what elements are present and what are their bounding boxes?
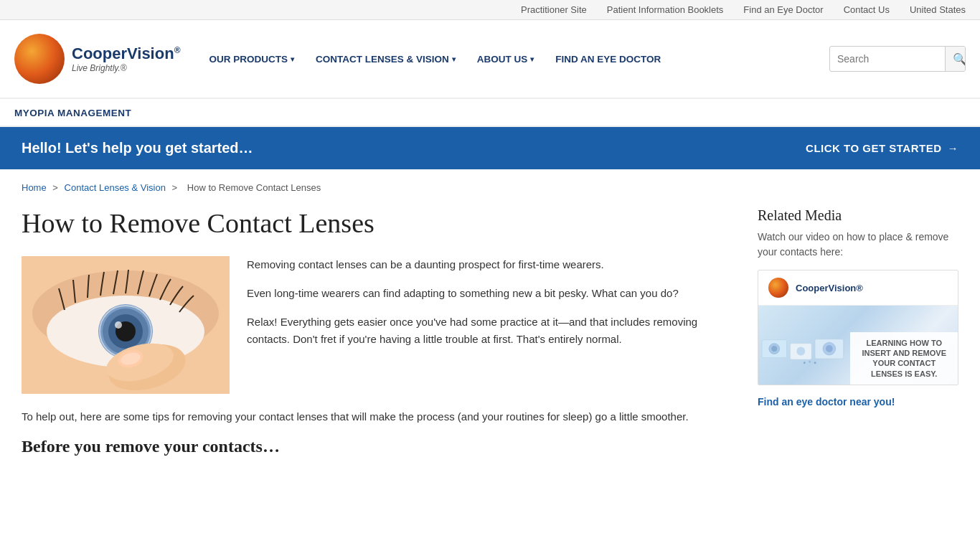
svg-point-21	[804, 362, 806, 364]
search-box: 🔍	[829, 46, 966, 72]
patient-info-link[interactable]: Patient Information Booklets	[607, 4, 724, 15]
banner-headline: Hello! Let's help you get started…	[22, 140, 253, 156]
body-text: To help out, here are some tips for remo…	[22, 408, 729, 425]
breadcrumb-separator: >	[52, 182, 60, 193]
nav-find-eye-doctor[interactable]: FIND AN EYE DOCTOR	[555, 54, 661, 65]
nav-contact-lenses-vision[interactable]: CONTACT LENSES & VISION ▾	[316, 54, 456, 65]
breadcrumb-contact-lenses[interactable]: Contact Lenses & Vision	[65, 182, 166, 193]
region-link[interactable]: United States	[910, 4, 966, 15]
video-visual: LEARNING HOW TO INSERT AND REMOVE YOUR C…	[758, 306, 958, 385]
logo-brand-name: CooperVision®	[72, 44, 180, 63]
main-header: CooperVision® Live Brightly.® OUR PRODUC…	[0, 20, 980, 99]
svg-point-8	[115, 321, 122, 329]
svg-point-23	[814, 362, 816, 364]
search-button[interactable]: 🔍	[945, 47, 966, 71]
banner-cta[interactable]: CLICK TO GET STARTED →	[806, 142, 958, 154]
article-para-1: Removing contact lenses can be a dauntin…	[247, 256, 729, 273]
main-nav: OUR PRODUCTS ▾ CONTACT LENSES & VISION ▾…	[180, 54, 829, 65]
logo-tagline: Live Brightly.®	[72, 63, 180, 73]
content-wrapper: How to Remove Contact Lenses	[0, 200, 980, 478]
logo-globe-icon	[14, 34, 65, 84]
cv-logo-small-text: CooperVision®	[796, 283, 863, 293]
chevron-down-icon: ▾	[291, 55, 294, 63]
page-title: How to Remove Contact Lenses	[22, 207, 729, 239]
find-doctor-link[interactable]: Find an eye doctor near you!	[758, 396, 895, 408]
cv-logo-small-icon	[768, 278, 788, 298]
breadcrumb: Home > Contact Lenses & Vision > How to …	[0, 169, 980, 200]
chevron-down-icon: ▾	[452, 55, 456, 63]
utility-bar: Practitioner Site Patient Information Bo…	[0, 0, 980, 20]
logo-text-area: CooperVision® Live Brightly.®	[72, 44, 180, 73]
arrow-icon: →	[948, 142, 959, 154]
article-para-4: To help out, here are some tips for remo…	[22, 408, 729, 425]
article-intro: Removing contact lenses can be a dauntin…	[22, 256, 729, 394]
practitioner-site-link[interactable]: Practitioner Site	[521, 4, 587, 15]
search-input[interactable]	[830, 53, 945, 65]
blue-banner[interactable]: Hello! Let's help you get started… CLICK…	[0, 127, 980, 169]
article-para-3: Relax! Everything gets easier once you'v…	[247, 314, 729, 348]
logo-link[interactable]: CooperVision® Live Brightly.®	[14, 34, 180, 84]
related-media-title: Related Media	[758, 207, 958, 224]
svg-point-17	[796, 347, 805, 356]
main-content: How to Remove Contact Lenses	[22, 207, 729, 456]
svg-point-15	[771, 346, 777, 352]
article-para-2: Even long-time wearers can find adapting…	[247, 285, 729, 302]
svg-point-22	[809, 361, 811, 363]
breadcrumb-home[interactable]: Home	[22, 182, 47, 193]
section-heading: Before you remove your contacts…	[22, 437, 729, 456]
article-image	[22, 256, 230, 394]
video-caption: LEARNING HOW TO INSERT AND REMOVE YOUR C…	[850, 332, 958, 385]
svg-point-20	[826, 345, 833, 352]
breadcrumb-separator: >	[172, 182, 180, 193]
sidebar: Related Media Watch our video on how to …	[758, 207, 958, 456]
nav-about-us[interactable]: ABOUT US ▾	[477, 54, 534, 65]
article-text-column: Removing contact lenses can be a dauntin…	[247, 256, 729, 394]
breadcrumb-current: How to Remove Contact Lenses	[187, 182, 321, 193]
myopia-management-link[interactable]: MYOPIA MANAGEMENT	[14, 108, 131, 118]
contact-us-link[interactable]: Contact Us	[844, 4, 890, 15]
find-eye-doctor-link[interactable]: Find an Eye Doctor	[743, 4, 823, 15]
video-header: CooperVision®	[758, 270, 958, 306]
nav-our-products[interactable]: OUR PRODUCTS ▾	[209, 54, 294, 65]
secondary-nav: MYOPIA MANAGEMENT	[0, 99, 980, 127]
video-thumbnail[interactable]: CooperVision® LEA	[758, 270, 958, 385]
chevron-down-icon: ▾	[530, 55, 534, 63]
related-media-desc: Watch our video on how to place & remove…	[758, 230, 958, 260]
